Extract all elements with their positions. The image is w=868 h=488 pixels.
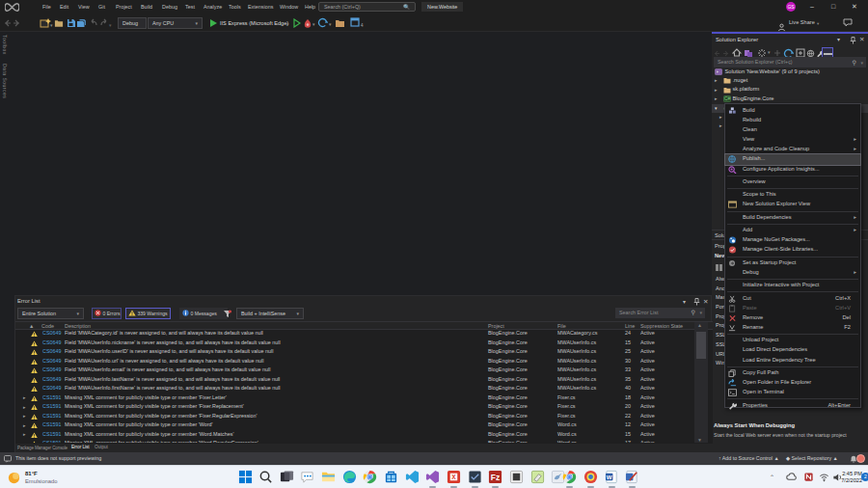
svg-text:C#: C#: [724, 96, 730, 101]
svg-text:X: X: [451, 474, 456, 480]
svg-text:W: W: [607, 474, 612, 480]
svg-text:Fz: Fz: [491, 473, 500, 482]
